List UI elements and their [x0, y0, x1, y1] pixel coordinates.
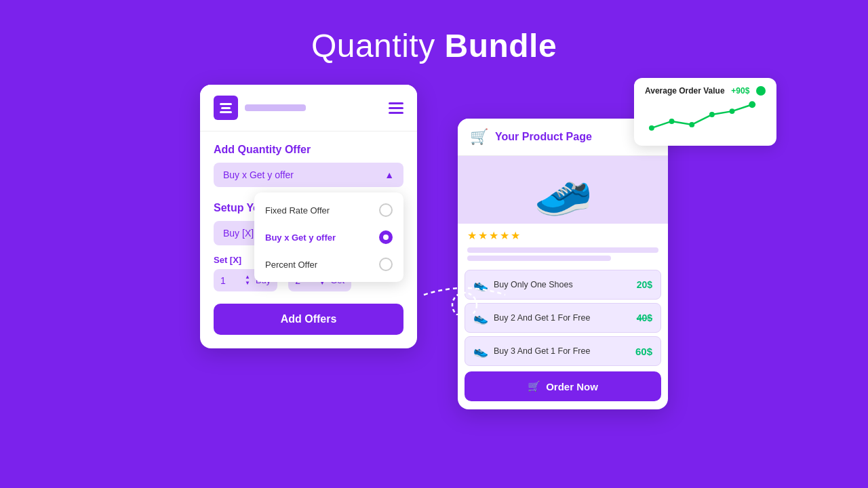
svg-point-3 [689, 122, 694, 127]
svg-point-1 [649, 125, 654, 131]
panel-header [200, 85, 417, 131]
star-1: ★ [467, 229, 477, 242]
product-line-2 [467, 256, 611, 261]
svg-point-5 [730, 108, 735, 114]
star-3: ★ [489, 229, 498, 242]
header-left [214, 96, 306, 120]
star-4: ★ [500, 229, 509, 242]
order-now-label: Order Now [546, 381, 598, 392]
dropdown-wrapper: Buy x Get y offer ▲ Fixed Rate Offer Buy… [214, 163, 403, 187]
right-panel: Average Order Value +90$ 🛒 Your Product … [458, 119, 668, 409]
x-decrement-icon[interactable]: ▼ [245, 281, 250, 286]
x-stepper[interactable]: ▲ ▼ [245, 274, 250, 286]
product-shoe-image: 👟 [534, 162, 593, 218]
offer-shoe-icon-3: 👟 [473, 344, 488, 359]
doc-icon [214, 96, 238, 120]
dropdown-item-label-percent: Percent Offer [265, 260, 317, 270]
chart-popup-title: Average Order Value [645, 86, 725, 96]
product-image-area: 👟 [458, 156, 668, 224]
offer-price-2: 40$ [637, 312, 652, 323]
panels-container: Add Quantity Offer Buy x Get y offer ▲ F… [200, 85, 668, 409]
dashed-arrow [417, 274, 512, 315]
page-title: Quantity Bundle [311, 27, 557, 64]
add-offers-button[interactable]: Add Offers [214, 304, 403, 335]
x-increment-icon[interactable]: ▲ [245, 274, 250, 280]
chart-dot-icon [756, 86, 766, 96]
set-x-input[interactable] [220, 275, 241, 286]
right-header-left: 🛒 Your Product Page [470, 128, 592, 146]
radio-buy-get[interactable] [379, 230, 393, 244]
chart-popup-header: Average Order Value +90$ [645, 86, 766, 96]
stars-row: ★ ★ ★ ★ ★ [458, 224, 668, 245]
star-2: ★ [478, 229, 488, 242]
chart-svg [645, 101, 766, 135]
chart-value: +90$ [731, 86, 749, 96]
dropdown-item-fixed-rate[interactable]: Fixed Rate Offer [254, 197, 403, 224]
dropdown-menu: Fixed Rate Offer Buy x Get y offer Perce… [254, 192, 403, 282]
product-line-1 [467, 247, 658, 253]
svg-point-2 [669, 119, 675, 124]
chevron-up-icon: ▲ [384, 169, 394, 180]
radio-fixed-rate[interactable] [379, 203, 393, 217]
star-5: ★ [511, 229, 520, 242]
dropdown-item-label: Fixed Rate Offer [265, 205, 330, 216]
cart-btn-icon: 🛒 [528, 380, 540, 392]
offer-type-dropdown[interactable]: Buy x Get y offer ▲ [214, 163, 403, 187]
dropdown-item-percent[interactable]: Percent Offer [254, 251, 403, 278]
order-now-button[interactable]: 🛒 Order Now [465, 371, 661, 401]
dropdown-item-buy-get[interactable]: Buy x Get y offer [254, 224, 403, 251]
panel-body: Add Quantity Offer Buy x Get y offer ▲ F… [200, 131, 417, 348]
chart-popup: Average Order Value +90$ [634, 78, 776, 146]
radio-percent[interactable] [379, 258, 393, 271]
offer-text-3: Buy 3 And Get 1 For Free [494, 346, 590, 356]
svg-point-6 [749, 101, 755, 108]
header-line-decoration [245, 104, 306, 111]
left-panel: Add Quantity Offer Buy x Get y offer ▲ F… [200, 85, 417, 348]
svg-point-4 [709, 112, 715, 117]
offer-row-left-3: 👟 Buy 3 And Get 1 For Free [473, 344, 590, 359]
svg-point-0 [452, 293, 477, 315]
right-panel-title: Your Product Page [495, 131, 592, 143]
dropdown-selected-value: Buy x Get y offer [223, 169, 294, 180]
hamburger-icon[interactable] [389, 102, 403, 114]
dropdown-item-label-buy-get: Buy x Get y offer [265, 232, 336, 243]
offer-price-1: 20$ [637, 279, 652, 290]
product-lines [458, 245, 668, 266]
add-quantity-offer-title: Add Quantity Offer [214, 144, 403, 156]
offer-row-3[interactable]: 👟 Buy 3 And Get 1 For Free 60$ [465, 336, 661, 366]
offer-price-3: 60$ [635, 346, 652, 357]
cart-icon: 🛒 [470, 128, 488, 146]
